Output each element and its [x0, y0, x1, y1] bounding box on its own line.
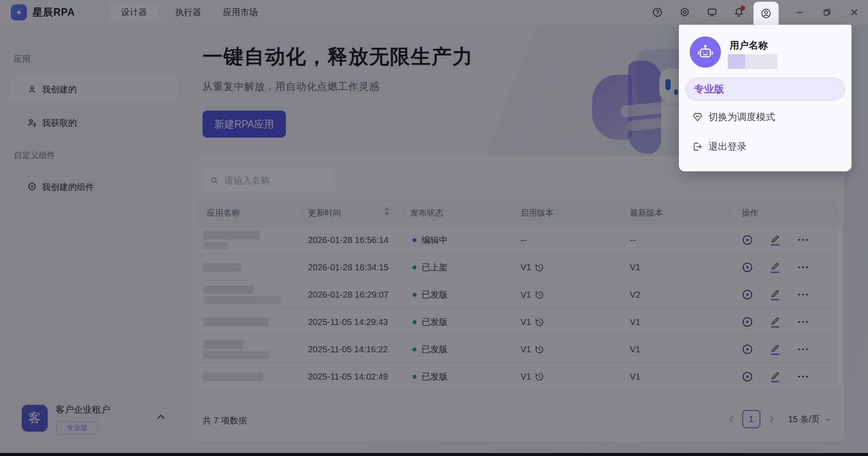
- user-menu-popover: 用户名称 专业版 切换为调度模式 退出登录: [679, 25, 852, 171]
- menu-item-logout[interactable]: 退出登录: [685, 135, 845, 159]
- window-bottom-edge: [0, 453, 868, 456]
- user-avatar-button[interactable]: [753, 2, 779, 25]
- user-name: 用户名称: [730, 39, 768, 52]
- app-window: ✦ 星辰RPA 设计器 执行器 应用市场: [0, 0, 868, 456]
- scheduler-gem-icon: [692, 112, 703, 122]
- menu-item-label: 切换为调度模式: [708, 111, 775, 124]
- robot-avatar-icon: [690, 36, 721, 68]
- menu-item-label: 退出登录: [708, 140, 747, 153]
- plan-pill[interactable]: 专业版: [685, 78, 845, 101]
- redacted-user-detail: [728, 54, 745, 69]
- plan-label: 专业版: [694, 82, 724, 96]
- menu-item-switch-scheduler-mode[interactable]: 切换为调度模式: [685, 105, 845, 129]
- logout-icon: [692, 141, 703, 152]
- redacted-user-detail: [745, 54, 777, 69]
